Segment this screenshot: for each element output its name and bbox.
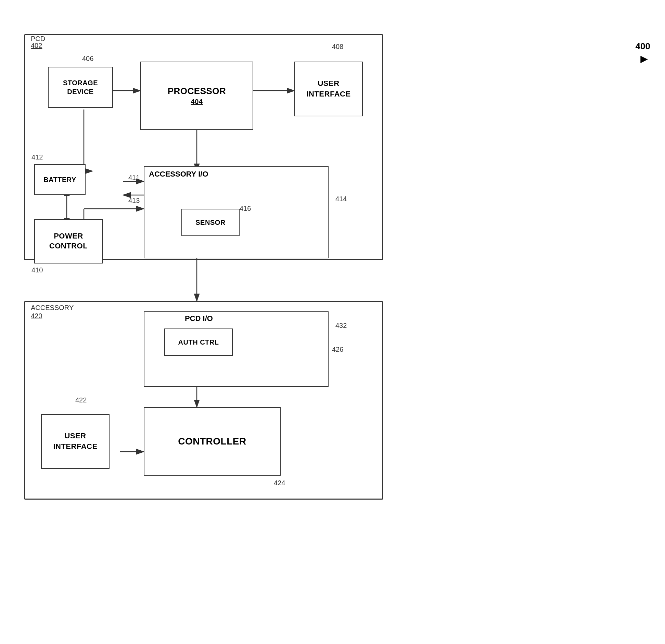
controller-ref: 424 xyxy=(274,479,285,487)
power-control-block: POWERCONTROL xyxy=(34,219,103,263)
accessory-io-label: ACCESSORY I/O xyxy=(149,170,208,179)
connector-411: 411 xyxy=(128,174,140,182)
controller-block: CONTROLLER xyxy=(144,407,281,476)
user-interface-top-ref: 408 xyxy=(332,43,343,51)
user-interface-bottom-ref: 422 xyxy=(75,396,87,404)
pcd-io-label: PCD I/O xyxy=(185,314,213,323)
user-interface-bottom-block: USERINTERFACE xyxy=(41,414,110,469)
processor-block: PROCESSOR 404 xyxy=(140,62,253,130)
storage-device-block: STORAGEDEVICE xyxy=(48,67,113,108)
storage-device-ref: 406 xyxy=(82,55,93,63)
user-interface-top-block: USERINTERFACE xyxy=(294,62,363,116)
accessory-ref: 420 xyxy=(31,312,42,320)
accessory-label: ACCESSORY xyxy=(31,304,74,312)
pcd-io-ref: 426 xyxy=(332,346,343,353)
auth-ctrl-ref: 432 xyxy=(335,322,347,330)
sensor-ref: 416 xyxy=(240,205,251,212)
pcd-ref: 402 xyxy=(31,42,42,50)
accessory-io-ref: 414 xyxy=(335,195,347,203)
battery-block: BATTERY xyxy=(34,164,86,195)
diagram-container: 400 ► PCD 402 ACCESSORY 420 xyxy=(14,14,650,636)
power-control-ref: 410 xyxy=(31,266,43,274)
battery-ref: 412 xyxy=(31,153,43,161)
fig-number: 400 ► xyxy=(636,41,650,66)
auth-ctrl-block: AUTH CTRL xyxy=(164,329,233,356)
connector-413: 413 xyxy=(128,197,140,205)
sensor-block: SENSOR xyxy=(181,209,240,236)
